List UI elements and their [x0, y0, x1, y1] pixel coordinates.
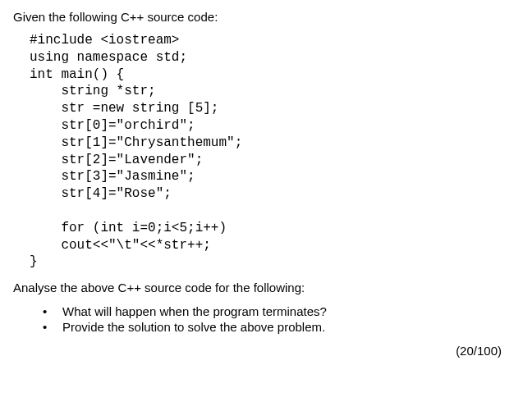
question-intro: Given the following C++ source code:	[13, 10, 510, 24]
bullet-text: What will happen when the program termin…	[62, 304, 510, 318]
list-item: • Provide the solution to solve the abov…	[38, 320, 510, 334]
bullet-list: • What will happen when the program term…	[38, 304, 510, 334]
bullet-text: Provide the solution to solve the above …	[62, 320, 510, 334]
bullet-icon: •	[38, 320, 62, 334]
bullet-icon: •	[38, 304, 62, 318]
list-item: • What will happen when the program term…	[38, 304, 510, 318]
marks-label: (20/100)	[13, 344, 510, 358]
analyse-prompt: Analyse the above C++ source code for th…	[13, 281, 510, 294]
code-block: #include <iostream> using namespace std;…	[30, 32, 510, 271]
